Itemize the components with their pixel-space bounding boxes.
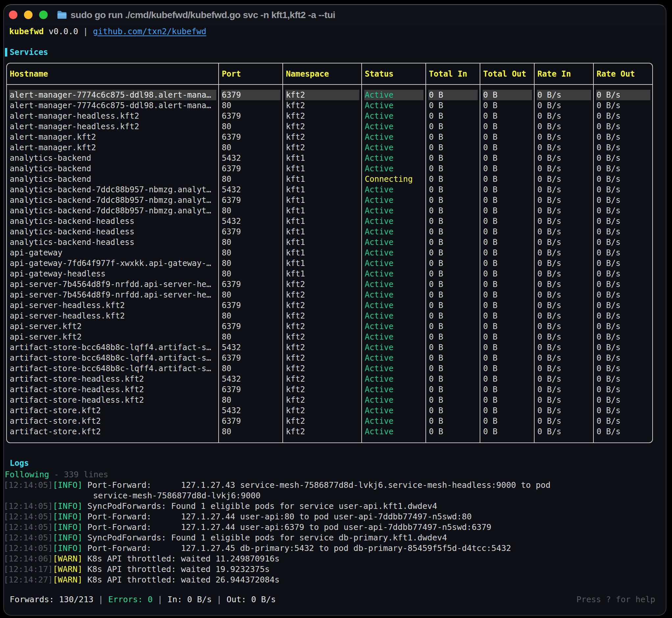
cell-total-out: 0 B: [483, 374, 532, 384]
table-row[interactable]: analytics-backend-7ddc88b957-nbmzg.analy…: [7, 184, 652, 195]
cell-rate-in: 0 B/s: [537, 142, 591, 153]
titlebar[interactable]: sudo go run ./cmd/kubefwd/kubefwd.go svc…: [4, 5, 666, 25]
cell-status: Active: [364, 153, 423, 164]
cell-port: 6379: [221, 279, 280, 290]
table-row[interactable]: analytics-backend80kft1Connecting0 B0 B0…: [7, 174, 652, 184]
cell-total-in: 0 B: [428, 353, 478, 363]
cell-namespace: kft2: [285, 353, 359, 363]
table-row[interactable]: artifact-store.kft26379kft2Active0 B0 B0…: [7, 416, 652, 426]
cell-port: 80: [221, 363, 280, 374]
cell-hostname: artifact-store.kft2: [9, 426, 216, 437]
cell-rate-out: 0 B/s: [596, 100, 650, 111]
cell-rate-out: 0 B/s: [596, 290, 650, 300]
table-row[interactable]: alert-manager.kft280kft2Active0 B0 B0 B/…: [7, 142, 652, 153]
cell-total-in: 0 B: [428, 195, 478, 205]
cell-port: 80: [221, 258, 280, 269]
cell-total-in: 0 B: [428, 216, 478, 226]
cell-total-in: 0 B: [428, 300, 478, 311]
cell-port: 6379: [221, 132, 280, 142]
app-header-line: kubefwd v0.0.0 | github.com/txn2/kubefwd: [9, 26, 206, 37]
table-row[interactable]: alert-manager-headless.kft26379kft2Activ…: [7, 111, 652, 121]
table-row[interactable]: api-gateway-7fd64f977f-xwxkk.api-gateway…: [7, 258, 652, 269]
column-header-status[interactable]: Status: [364, 69, 423, 79]
cell-port: 80: [221, 100, 280, 111]
cell-namespace: kft1: [285, 184, 359, 195]
table-row[interactable]: api-gateway80kft1Active0 B0 B0 B/s0 B/s: [7, 247, 652, 258]
table-row[interactable]: alert-manager-7774c6c875-ddl98.alert-man…: [7, 100, 652, 111]
log-line: [12:14:05][INFO] Port-Forward: 127.1.27.…: [4, 522, 491, 532]
table-row[interactable]: api-server-headless.kft26379kft2Active0 …: [7, 300, 652, 311]
table-row[interactable]: api-gateway-headless80kft1Active0 B0 B0 …: [7, 269, 652, 279]
cell-status: Active: [364, 363, 423, 374]
cell-status: Active: [364, 100, 423, 111]
table-row[interactable]: artifact-store-bcc648b8c-lqff4.artifact-…: [7, 363, 652, 374]
cell-namespace: kft2: [285, 405, 359, 416]
table-row[interactable]: analytics-backend-7ddc88b957-nbmzg.analy…: [7, 205, 652, 216]
table-row[interactable]: analytics-backend-7ddc88b957-nbmzg.analy…: [7, 195, 652, 205]
log-timestamp: [12:14:05]: [4, 512, 53, 521]
cell-port: 6379: [221, 321, 280, 332]
cell-total-in: 0 B: [428, 121, 478, 132]
table-row[interactable]: artifact-store-headless.kft25432kft2Acti…: [7, 374, 652, 384]
column-header-total-in[interactable]: Total In: [428, 69, 478, 79]
table-row[interactable]: alert-manager-headless.kft280kft2Active0…: [7, 121, 652, 132]
cell-namespace: kft1: [285, 247, 359, 258]
log-timestamp: [12:14:05]: [4, 522, 53, 532]
repo-link[interactable]: github.com/txn2/kubefwd: [93, 27, 206, 36]
cell-rate-out: 0 B/s: [596, 226, 650, 237]
table-row[interactable]: analytics-backend6379kft1Active0 B0 B0 B…: [7, 164, 652, 174]
cell-status: Active: [364, 279, 423, 290]
column-header-total-out[interactable]: Total Out: [483, 69, 532, 79]
table-row[interactable]: api-server.kft280kft2Active0 B0 B0 B/s0 …: [7, 332, 652, 342]
cell-rate-in: 0 B/s: [537, 153, 591, 164]
cell-total-in: 0 B: [428, 132, 478, 142]
cell-total-out: 0 B: [483, 226, 532, 237]
log-line: [12:14:05][INFO] Port-Forward: 127.1.27.…: [4, 512, 472, 522]
table-row[interactable]: analytics-backend-headless5432kft1Active…: [7, 216, 652, 226]
table-row[interactable]: alert-manager.kft26379kft2Active0 B0 B0 …: [7, 132, 652, 142]
cell-hostname: artifact-store-bcc648b8c-lqff4.artifact-…: [9, 342, 216, 353]
cell-total-out: 0 B: [483, 132, 532, 142]
column-header-hostname[interactable]: Hostname: [9, 69, 216, 79]
table-row[interactable]: analytics-backend-headless6379kft1Active…: [7, 226, 652, 237]
table-row[interactable]: api-server-headless.kft280kft2Active0 B0…: [7, 311, 652, 321]
column-header-rate-in[interactable]: Rate In: [537, 69, 591, 79]
table-row[interactable]: artifact-store-bcc648b8c-lqff4.artifact-…: [7, 353, 652, 363]
table-row[interactable]: artifact-store-headless.kft26379kft2Acti…: [7, 384, 652, 395]
cell-rate-in: 0 B/s: [537, 311, 591, 321]
cell-status: Active: [364, 342, 423, 353]
cell-hostname: analytics-backend-7ddc88b957-nbmzg.analy…: [9, 205, 216, 216]
table-row[interactable]: api-server-7b4564d8f9-nrfdd.api-server-h…: [7, 290, 652, 300]
log-level-badge: [INFO]: [53, 543, 83, 553]
log-timestamp: [12:14:27]: [4, 575, 53, 585]
table-row[interactable]: artifact-store-bcc648b8c-lqff4.artifact-…: [7, 342, 652, 353]
table-row[interactable]: artifact-store.kft280kft2Active0 B0 B0 B…: [7, 426, 652, 437]
log-message: SyncPodForwards: Found 1 eligible pods f…: [83, 501, 437, 511]
log-message: Port-Forward: 127.1.27.44 user-api:80 to…: [83, 512, 472, 521]
log-level-badge: [WARN]: [53, 564, 83, 574]
table-row[interactable]: artifact-store-headless.kft280kft2Active…: [7, 395, 652, 405]
cell-hostname: analytics-backend-headless: [9, 216, 216, 226]
footer-pipe: |: [98, 595, 103, 604]
table-row[interactable]: analytics-backend-headless80kft1Active0 …: [7, 237, 652, 247]
column-header-namespace[interactable]: Namespace: [285, 69, 359, 79]
table-row[interactable]: api-server-7b4564d8f9-nrfdd.api-server-h…: [7, 279, 652, 290]
cell-port: 6379: [221, 384, 280, 395]
table-row[interactable]: analytics-backend5432kft1Active0 B0 B0 B…: [7, 153, 652, 164]
cell-total-out: 0 B: [483, 247, 532, 258]
table-row[interactable]: alert-manager-7774c6c875-ddl98.alert-man…: [7, 90, 652, 100]
cell-rate-out: 0 B/s: [596, 132, 650, 142]
cell-hostname: api-server-7b4564d8f9-nrfdd.api-server-h…: [9, 279, 216, 290]
table-row[interactable]: artifact-store.kft25432kft2Active0 B0 B0…: [7, 405, 652, 416]
zoom-button[interactable]: [39, 10, 48, 19]
app-version: v0.0.0: [49, 27, 78, 36]
table-row[interactable]: api-server.kft26379kft2Active0 B0 B0 B/s…: [7, 321, 652, 332]
cell-port: 80: [221, 247, 280, 258]
close-button[interactable]: [9, 10, 17, 19]
cell-namespace: kft1: [285, 205, 359, 216]
cell-rate-out: 0 B/s: [596, 205, 650, 216]
column-header-port[interactable]: Port: [221, 69, 280, 79]
minimize-button[interactable]: [24, 10, 32, 19]
log-level-badge: [INFO]: [53, 522, 83, 532]
column-header-rate-out[interactable]: Rate Out: [596, 69, 650, 79]
